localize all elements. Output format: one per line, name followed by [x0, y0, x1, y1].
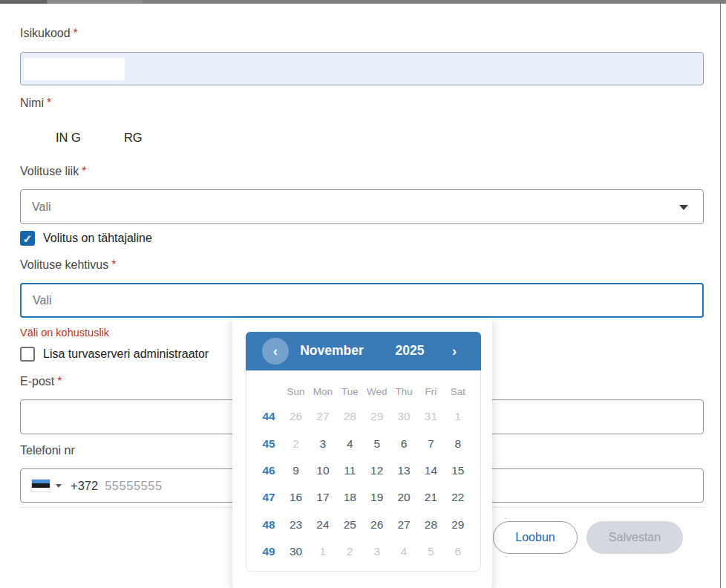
nimi-value: IN G RG [56, 131, 143, 145]
calendar-weekday-row: SunMonTueWedThuFriSat [246, 379, 480, 403]
calendar-day[interactable]: 10 [310, 457, 336, 484]
volituse-liik-select[interactable]: Vali [20, 189, 704, 224]
required-asterisk: * [73, 27, 78, 39]
authorization-form-page: Isikukood* Nimi* IN G RG Volituse liik* … [0, 0, 726, 588]
required-asterisk: * [47, 97, 51, 109]
nimi-value-part: RG [124, 131, 143, 145]
calendar-grid: 4426272829303114523456784691011121314154… [246, 403, 480, 565]
calendar-day[interactable]: 22 [445, 484, 471, 511]
calendar-week-number: 47 [255, 484, 282, 511]
weekday-header: Mon [310, 379, 336, 403]
calendar-day[interactable]: 24 [310, 512, 336, 538]
redaction-box [24, 58, 125, 80]
calendar-day: 31 [417, 403, 444, 430]
weekday-header-spacer [255, 379, 282, 403]
browser-top-edge-segment [48, 0, 143, 4]
weekday-header: Tue [336, 379, 363, 403]
calendar-day[interactable]: 17 [310, 484, 336, 511]
calendar-day[interactable]: 9 [282, 457, 309, 484]
save-button[interactable]: Salvestan [586, 521, 683, 554]
volituse-kehtivus-label: Volituse kehtivus* [20, 258, 116, 272]
weekday-header: Wed [364, 379, 390, 403]
calendar-day[interactable]: 12 [364, 457, 390, 484]
calendar-day[interactable]: 5 [364, 430, 390, 457]
calendar-week-number: 44 [255, 403, 282, 430]
calendar-day[interactable]: 18 [336, 484, 363, 511]
date-input-placeholder: Vali [33, 294, 52, 307]
calendar-day: 6 [445, 538, 471, 565]
calendar-day: 30 [390, 403, 417, 430]
calendar-day[interactable]: 6 [390, 430, 417, 457]
telefon-label: Telefoni nr [20, 444, 75, 457]
volituse-kehtivus-input[interactable]: Vali [20, 283, 704, 318]
calendar-day[interactable]: 13 [390, 457, 417, 484]
calendar-week-number: 46 [255, 457, 282, 484]
phone-country-code: +372 [71, 479, 98, 493]
calendar-month-label: November [298, 343, 366, 359]
calendar-day[interactable]: 27 [390, 512, 417, 538]
turvaserver-checkbox-label: Lisa turvaserveri administraator [43, 347, 209, 361]
nimi-label: Nimi* [20, 97, 51, 110]
calendar-week-number: 49 [255, 538, 282, 565]
calendar-day: 3 [364, 538, 390, 565]
required-asterisk: * [57, 375, 62, 388]
calendar-day[interactable]: 21 [417, 484, 444, 511]
redaction-box [81, 131, 124, 145]
datepicker-card: ‹ November 2025 › SunMonTueWedThuFriSat … [246, 332, 481, 572]
chevron-right-icon: › [452, 344, 457, 359]
calendar-day[interactable]: 28 [417, 512, 444, 538]
datepicker-body: SunMonTueWedThuFriSat 442627282930311452… [246, 370, 481, 572]
calendar-week-number: 45 [255, 430, 282, 457]
calendar-day[interactable]: 14 [417, 457, 444, 484]
weekday-header: Thu [390, 379, 417, 403]
volituse-liik-label: Volituse liik* [20, 165, 86, 178]
estonia-flag-icon[interactable] [32, 480, 50, 491]
calendar-day[interactable]: 23 [282, 512, 309, 538]
checkmark-icon: ✓ [23, 233, 33, 244]
calendar-day[interactable]: 16 [282, 484, 309, 511]
tahtajaline-checkbox[interactable]: ✓ [20, 231, 35, 246]
tahtajaline-checkbox-row: ✓ Volitus on tähtajaline [20, 231, 152, 246]
weekday-header: Fri [417, 379, 444, 403]
datepicker-header: ‹ November 2025 › [246, 332, 481, 370]
calendar-day[interactable]: 11 [336, 457, 363, 484]
calendar-day[interactable]: 8 [445, 430, 471, 457]
calendar-day[interactable]: 30 [282, 538, 309, 565]
calendar-day: 28 [336, 403, 363, 430]
weekday-header: Sat [445, 379, 471, 403]
phone-placeholder: 55555555 [105, 479, 162, 493]
calendar-day: 4 [390, 538, 417, 565]
calendar-day[interactable]: 7 [417, 430, 444, 457]
calendar-day[interactable]: 4 [336, 430, 363, 457]
weekday-header: Sun [282, 379, 309, 403]
isikukood-input[interactable] [20, 52, 704, 85]
calendar-day[interactable]: 26 [364, 512, 390, 538]
validation-error: Väli on kohustuslik [20, 327, 109, 339]
cancel-button[interactable]: Loobun [493, 521, 578, 554]
calendar-day[interactable]: 15 [445, 457, 471, 484]
calendar-week-number: 48 [255, 512, 282, 538]
chevron-down-icon [679, 205, 688, 210]
browser-top-edge-segment [0, 0, 47, 4]
calendar-day[interactable]: 29 [445, 512, 471, 538]
calendar-day: 2 [282, 430, 309, 457]
epost-label: E-post* [20, 375, 62, 388]
calendar-day[interactable]: 25 [336, 512, 363, 538]
next-month-button[interactable]: › [452, 344, 457, 359]
required-asterisk: * [111, 258, 116, 271]
calendar-day[interactable]: 20 [390, 484, 417, 511]
calendar-day: 1 [310, 538, 336, 565]
previous-month-button[interactable]: ‹ [262, 338, 289, 365]
select-placeholder: Vali [32, 200, 51, 214]
calendar-day: 5 [417, 538, 444, 565]
calendar-day: 29 [364, 403, 390, 430]
calendar-day[interactable]: 3 [310, 430, 336, 457]
calendar-day[interactable]: 19 [364, 484, 390, 511]
calendar-day: 27 [310, 403, 336, 430]
calendar-day: 2 [336, 538, 363, 565]
turvaserver-checkbox-row: Lisa turvaserveri administraator [20, 347, 209, 362]
turvaserver-checkbox[interactable] [20, 347, 35, 362]
calendar-day: 1 [445, 403, 471, 430]
country-select-caret-icon[interactable] [56, 484, 62, 488]
datepicker-popup: ‹ November 2025 › SunMonTueWedThuFriSat … [232, 318, 492, 588]
